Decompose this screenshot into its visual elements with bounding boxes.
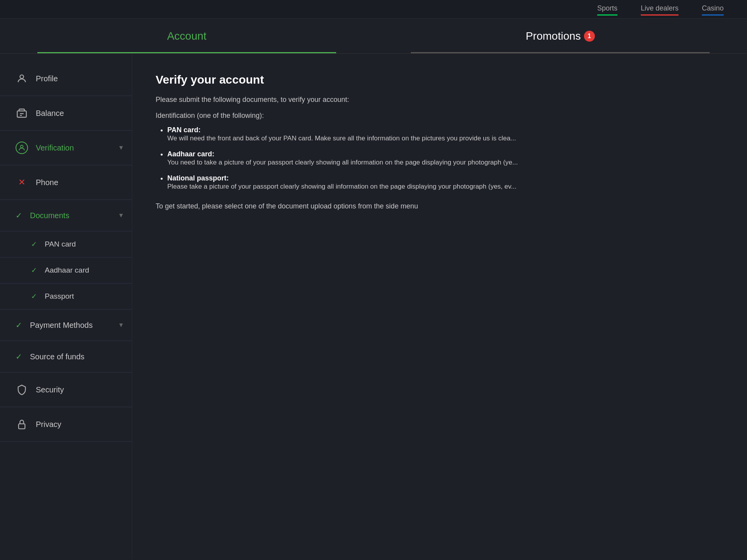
nav-sports[interactable]: Sports	[597, 4, 617, 14]
tab-account[interactable]: Account	[0, 19, 374, 53]
sidebar-item-passport[interactable]: ✓ Passport	[0, 284, 132, 310]
sidebar-item-documents[interactable]: ✓ Documents ▼	[0, 200, 132, 231]
lock-icon	[16, 418, 28, 430]
sidebar-item-aadhaar-label: Aadhaar card	[45, 266, 89, 275]
nav-live-dealers[interactable]: Live dealers	[641, 4, 679, 14]
check-icon-passport: ✓	[31, 292, 37, 301]
sidebar-item-balance[interactable]: Balance	[0, 96, 132, 131]
bullet-desc-pan: We will need the front and back of your …	[167, 135, 516, 142]
list-item-aadhaar: Aadhaar card: You need to take a picture…	[167, 150, 724, 166]
sidebar-item-documents-label: Documents	[30, 211, 69, 220]
bullet-desc-aadhaar: You need to take a picture of your passp…	[167, 159, 518, 166]
list-item-passport: National passport: Please take a picture…	[167, 174, 724, 191]
page-subtitle: Please submit the following documents, t…	[156, 96, 724, 104]
bullet-list: PAN card: We will need the front and bac…	[156, 126, 724, 191]
bullet-title-passport: National passport:	[167, 174, 229, 182]
section-header: Identification (one of the following):	[156, 112, 724, 120]
sidebar-item-payment-methods[interactable]: ✓ Payment Methods ▼	[0, 310, 132, 341]
chevron-down-icon-docs: ▼	[118, 212, 124, 219]
sidebar-item-profile[interactable]: Profile	[0, 61, 132, 96]
sidebar-item-pan-card[interactable]: ✓ PAN card	[0, 231, 132, 257]
check-icon-source: ✓	[16, 352, 22, 361]
sidebar-item-verification-label: Verification	[36, 144, 74, 152]
svg-point-0	[20, 75, 23, 79]
tab-promotions-label: Promotions	[526, 30, 581, 42]
bullet-title-pan: PAN card:	[167, 126, 201, 134]
check-icon-payment: ✓	[16, 320, 22, 330]
check-icon-pan: ✓	[31, 240, 37, 248]
sidebar: Profile Balance Verificati	[0, 54, 132, 559]
shield-icon	[16, 383, 28, 396]
sidebar-item-pan-label: PAN card	[45, 240, 76, 248]
bullet-desc-passport: Please take a picture of your passport c…	[167, 183, 516, 190]
person-icon	[16, 72, 28, 85]
sidebar-item-payment-label: Payment Methods	[30, 321, 93, 330]
sidebar-item-source-label: Source of funds	[30, 352, 84, 361]
sidebar-item-phone[interactable]: ✕ Phone	[0, 165, 132, 200]
page-title: Verify your account	[156, 73, 724, 86]
sidebar-item-source-of-funds[interactable]: ✓ Source of funds	[0, 341, 132, 373]
nav-casino[interactable]: Casino	[702, 4, 724, 14]
top-nav: Sports Live dealers Casino	[0, 0, 747, 19]
main-content: Verify your account Please submit the fo…	[132, 54, 747, 559]
tab-account-label: Account	[167, 30, 206, 42]
verification-icon	[16, 142, 28, 154]
x-icon: ✕	[16, 176, 28, 189]
sidebar-item-privacy[interactable]: Privacy	[0, 407, 132, 442]
content-area: Profile Balance Verificati	[0, 54, 747, 559]
balance-icon	[16, 107, 28, 119]
sidebar-item-verification[interactable]: Verification ▼	[0, 131, 132, 165]
sidebar-item-privacy-label: Privacy	[36, 420, 61, 429]
sidebar-item-passport-label: Passport	[45, 292, 74, 301]
svg-rect-5	[19, 424, 25, 429]
promotions-badge: 1	[584, 31, 595, 42]
sidebar-item-profile-label: Profile	[36, 74, 58, 83]
tab-promotions[interactable]: Promotions 1	[374, 19, 747, 53]
list-item-pan: PAN card: We will need the front and bac…	[167, 126, 724, 142]
bullet-title-aadhaar: Aadhaar card:	[167, 150, 214, 158]
check-icon-documents: ✓	[16, 211, 22, 220]
sidebar-item-security-label: Security	[36, 385, 64, 394]
sidebar-item-balance-label: Balance	[36, 109, 64, 118]
chevron-down-icon: ▼	[118, 144, 124, 151]
sidebar-item-phone-label: Phone	[36, 178, 58, 187]
main-tabs: Account Promotions 1	[0, 19, 747, 54]
start-hint: To get started, please select one of the…	[156, 202, 724, 210]
svg-point-4	[21, 145, 23, 148]
check-icon-aadhaar: ✓	[31, 266, 37, 275]
sidebar-item-aadhaar[interactable]: ✓ Aadhaar card	[0, 257, 132, 284]
chevron-down-icon-payment: ▼	[118, 322, 124, 329]
sidebar-item-security[interactable]: Security	[0, 373, 132, 407]
